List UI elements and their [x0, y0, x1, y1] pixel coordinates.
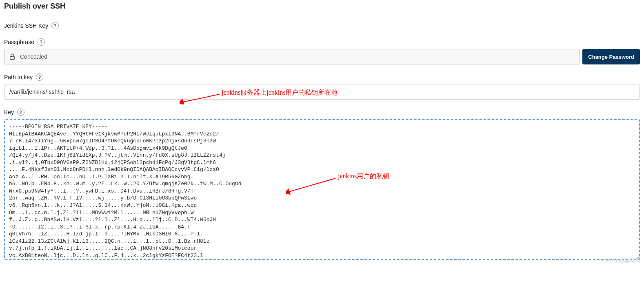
key-textarea[interactable] — [4, 119, 640, 260]
svg-rect-0 — [10, 56, 15, 60]
help-icon[interactable]: ? — [17, 109, 24, 116]
change-password-button[interactable]: Change Password — [582, 49, 640, 64]
path-to-key-label: Path to key — [4, 74, 33, 80]
jenkins-ssh-key-label: Jenkins SSH Key — [4, 22, 48, 29]
passphrase-label: Passphrase — [4, 39, 34, 45]
path-to-key-input[interactable] — [4, 84, 640, 100]
passphrase-concealed-text: Concealed — [20, 53, 47, 60]
help-icon[interactable]: ? — [38, 38, 45, 46]
lock-icon — [4, 53, 20, 60]
key-label: Key — [4, 109, 14, 115]
help-icon[interactable]: ? — [36, 73, 43, 81]
help-icon[interactable]: ? — [51, 22, 59, 29]
watermark: CSDN @猫与我 — [602, 257, 640, 264]
passphrase-concealed-box: Concealed — [4, 49, 580, 64]
section-title: Publish over SSH — [4, 2, 640, 11]
